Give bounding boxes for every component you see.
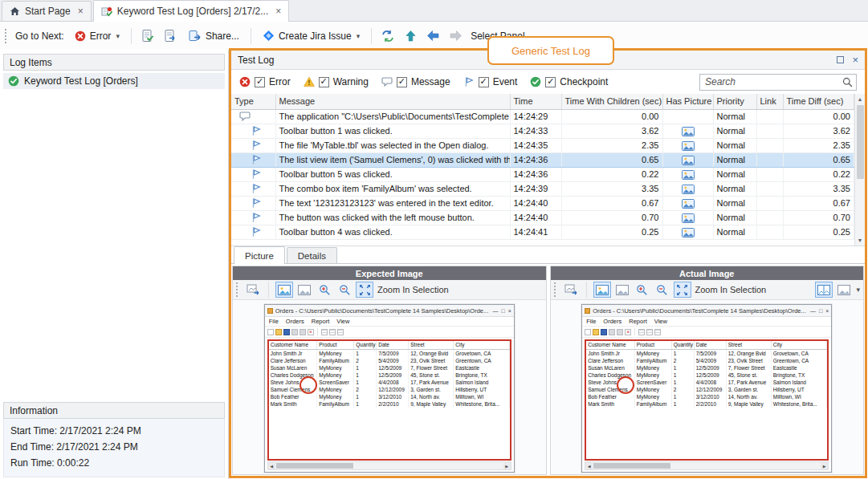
log-column-header[interactable]: Time bbox=[510, 94, 561, 109]
export-log-button[interactable] bbox=[160, 26, 181, 46]
toolbar-grip[interactable] bbox=[5, 29, 6, 43]
filter-checkbox-event[interactable] bbox=[479, 77, 489, 87]
chevron-down-icon: ▾ bbox=[116, 32, 120, 40]
view-summary-button[interactable] bbox=[137, 26, 158, 46]
zoom-in-selection-button[interactable] bbox=[356, 282, 373, 298]
view-grid-icon bbox=[638, 329, 645, 335]
zoom-out-button[interactable] bbox=[654, 282, 671, 298]
picture-icon[interactable] bbox=[682, 199, 695, 209]
forward-button[interactable] bbox=[445, 26, 466, 46]
orders-menu-view: View bbox=[336, 318, 349, 325]
create-jira-label: Create Jira Issue bbox=[279, 30, 352, 42]
log-row[interactable]: The combo box item 'FamilyAlbum' was sel… bbox=[231, 181, 854, 196]
log-row[interactable]: The button was clicked with the left mou… bbox=[231, 210, 854, 225]
picture-icon[interactable] bbox=[682, 141, 695, 151]
search-box bbox=[699, 74, 857, 91]
orders-menubar: FileOrdersReportView bbox=[582, 317, 831, 327]
info-line: End Time: 2/17/2021 2:24 PM bbox=[10, 441, 218, 453]
view-image-button[interactable] bbox=[593, 282, 611, 298]
filter-label: Message bbox=[411, 76, 450, 87]
filter-checkbox-error[interactable] bbox=[255, 77, 265, 87]
picture-icon[interactable] bbox=[682, 213, 695, 223]
log-row[interactable]: The list view item ('Samuel Clemens', 0)… bbox=[231, 152, 854, 167]
copy-image-button[interactable] bbox=[562, 282, 580, 298]
orders-cell: MyMoney bbox=[634, 393, 671, 400]
view-image-button[interactable] bbox=[275, 282, 293, 298]
log-cell-message: The text '123123123123' was entered in t… bbox=[275, 196, 510, 210]
orders-column-header: Date bbox=[377, 341, 409, 349]
search-input[interactable] bbox=[700, 75, 856, 90]
orders-cell: 5/4/2009 bbox=[377, 357, 409, 364]
log-row[interactable]: Toolbar button 4 was clicked.14:24:410.2… bbox=[231, 225, 854, 239]
success-icon bbox=[8, 75, 19, 87]
attach-to-jira-button[interactable] bbox=[377, 26, 398, 46]
actual-image-title: Actual Image bbox=[551, 266, 864, 280]
filter-checkbox-message[interactable] bbox=[397, 77, 407, 87]
tab-picture[interactable]: Picture bbox=[234, 246, 285, 264]
orders-cell: MyMoney bbox=[317, 393, 354, 400]
log-cell-message: Toolbar button 5 was clicked. bbox=[275, 167, 510, 181]
scrollbar-thumb[interactable] bbox=[857, 105, 864, 179]
zoom-out-button[interactable] bbox=[336, 282, 353, 298]
pan-image-button[interactable] bbox=[613, 282, 631, 298]
compare-images-button[interactable] bbox=[815, 282, 833, 298]
copy-image-button[interactable] bbox=[244, 282, 262, 298]
image-options-button[interactable] bbox=[835, 282, 853, 298]
zoom-in-selection-button[interactable] bbox=[674, 282, 691, 298]
log-row[interactable]: The application "C:\Users\Public\Documen… bbox=[231, 109, 854, 124]
orders-cell: 14, North av. bbox=[409, 393, 454, 400]
scroll-up-icon[interactable]: ▲ bbox=[855, 94, 865, 104]
close-panel-icon[interactable]: × bbox=[852, 55, 858, 65]
share-button[interactable]: Share... bbox=[182, 26, 245, 46]
log-row[interactable]: Toolbar button 5 was clicked.14:24:360.2… bbox=[231, 167, 854, 181]
log-cell-has-picture bbox=[662, 167, 713, 181]
log-row[interactable]: Toolbar button 1 was clicked.14:24:333.6… bbox=[231, 124, 854, 138]
generic-test-log-callout: Generic Test Log bbox=[487, 36, 614, 65]
close-icon[interactable]: × bbox=[78, 6, 84, 17]
picture-icon[interactable] bbox=[682, 228, 695, 237]
float-panel-icon[interactable] bbox=[837, 56, 844, 63]
log-scrollbar[interactable]: ▲ ▼ bbox=[854, 94, 865, 246]
log-row[interactable]: The file 'MyTable.tbl' was selected in t… bbox=[231, 138, 854, 152]
picture-icon[interactable] bbox=[682, 127, 695, 136]
pan-image-button[interactable] bbox=[295, 282, 313, 298]
tab-details[interactable]: Details bbox=[287, 247, 337, 263]
log-column-header[interactable]: Link bbox=[756, 94, 783, 109]
log-column-header[interactable]: Time Diff (sec) bbox=[783, 94, 854, 109]
scroll-down-icon[interactable]: ▼ bbox=[855, 235, 865, 246]
picture-icon[interactable] bbox=[682, 185, 695, 194]
upload-results-button[interactable] bbox=[400, 26, 421, 46]
log-column-header[interactable]: Time With Children (sec) bbox=[561, 94, 662, 109]
callout-label: Generic Test Log bbox=[511, 45, 590, 57]
tab-keyword-test-log[interactable]: Keyword Test Log [Orders] 2/17/2... × bbox=[93, 0, 290, 22]
toolbar-grip[interactable] bbox=[554, 282, 556, 297]
log-cell-message: The list view item ('Samuel Clemens', 0)… bbox=[275, 152, 510, 167]
toolbar-grip[interactable] bbox=[236, 282, 238, 297]
picture-icon[interactable] bbox=[682, 170, 695, 180]
chevron-down-icon[interactable]: ▾ bbox=[856, 286, 860, 294]
orders-cell: 12/5/2009 bbox=[377, 364, 409, 371]
go-to-next-error-dropdown[interactable]: Error ▾ bbox=[69, 27, 125, 45]
tab-start-page[interactable]: Start Page × bbox=[2, 1, 92, 21]
toolbar-separator bbox=[251, 28, 251, 44]
log-row[interactable]: The text '123123123123' was entered in t… bbox=[231, 196, 854, 210]
orders-cell: 3, Garden st. bbox=[409, 386, 454, 393]
expected-image-panel: Expected Image Zoom In Selection Orders … bbox=[232, 266, 547, 475]
log-cell-message: Toolbar button 4 was clicked. bbox=[275, 225, 510, 239]
log-column-header[interactable]: Type bbox=[231, 94, 275, 109]
orders-cell: Susan McLaren bbox=[269, 364, 317, 371]
log-column-header[interactable]: Priority bbox=[713, 94, 756, 109]
picture-icon[interactable] bbox=[682, 156, 695, 165]
create-jira-issue-button[interactable]: Create Jira Issue ▾ bbox=[257, 26, 365, 45]
filter-checkbox-warning[interactable] bbox=[319, 77, 329, 87]
zoom-in-button[interactable] bbox=[316, 282, 333, 298]
orders-cell: 23, Ovik Street bbox=[726, 357, 771, 364]
log-column-header[interactable]: Has Picture bbox=[662, 94, 713, 109]
back-button[interactable] bbox=[422, 26, 443, 46]
zoom-in-button[interactable] bbox=[634, 282, 651, 298]
log-column-header[interactable]: Message bbox=[275, 94, 510, 109]
orders-row: Bob FeatherMyMoney13/12/201014, North av… bbox=[269, 393, 510, 400]
close-icon[interactable]: × bbox=[275, 6, 281, 17]
tree-item-keyword-test-log[interactable]: Keyword Test Log [Orders] bbox=[3, 73, 225, 89]
filter-checkbox-checkpoint[interactable] bbox=[545, 77, 556, 87]
